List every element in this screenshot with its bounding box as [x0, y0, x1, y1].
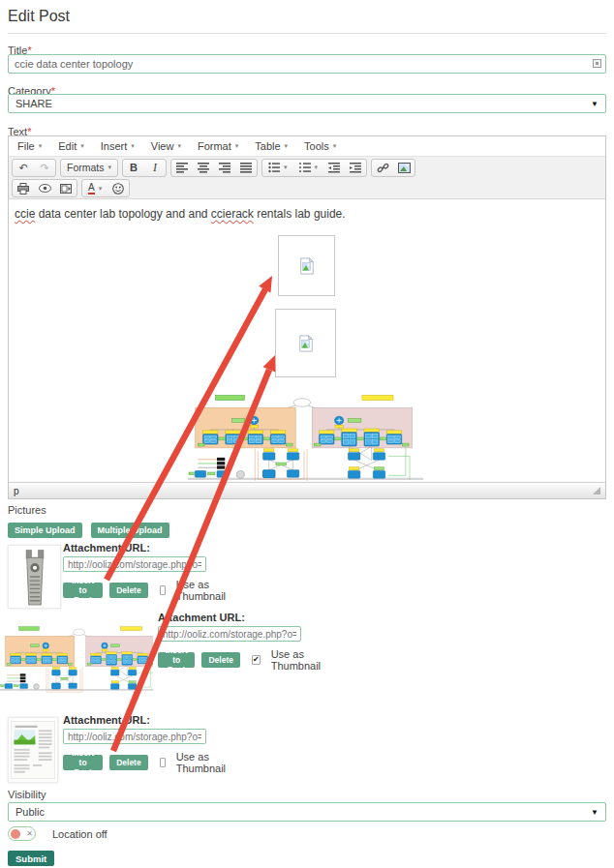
- broken-image-placeholder-2[interactable]: [275, 309, 336, 377]
- text-color-button[interactable]: A ▾: [82, 180, 107, 196]
- delete-button[interactable]: Delete: [201, 652, 240, 668]
- use-as-thumbnail-checkbox[interactable]: ✔: [252, 655, 261, 665]
- attachment-thumbnail[interactable]: [8, 717, 58, 783]
- menu-edit[interactable]: Edit▾: [58, 140, 83, 152]
- edit-post-page: Edit Post Title* Category* SHARE ▼ Text*…: [0, 0, 614, 868]
- page-title: Edit Post: [8, 8, 70, 24]
- broken-image-placeholder-1[interactable]: [278, 235, 335, 296]
- undo-button[interactable]: ↶: [13, 160, 34, 176]
- editor-toolbar-row1: ↶ ↷ Formats ▾ B I ▾ ▾: [9, 157, 605, 178]
- attachment-url-label: Attachment URL:: [158, 612, 321, 623]
- document-preview-image: [11, 721, 55, 779]
- use-as-thumbnail-label: Use as Thumbnail: [271, 648, 321, 672]
- use-as-thumbnail-checkbox[interactable]: ✔: [160, 585, 166, 595]
- editor-statusbar: p: [9, 482, 605, 498]
- menu-table[interactable]: Table▾: [255, 140, 288, 152]
- use-as-thumbnail-label: Use as Thumbnail: [176, 579, 226, 602]
- simple-upload-button[interactable]: Simple Upload: [8, 523, 82, 538]
- align-center-button[interactable]: [193, 160, 214, 176]
- use-as-thumbnail-checkbox[interactable]: ✔: [160, 758, 166, 767]
- chevron-down-icon: ▾: [108, 164, 112, 171]
- align-right-button[interactable]: [214, 160, 235, 176]
- element-path[interactable]: p: [14, 486, 19, 496]
- x-icon: ✕: [26, 829, 33, 838]
- delete-button[interactable]: Delete: [109, 583, 148, 598]
- chevron-down-icon: ▾: [131, 142, 135, 150]
- misspelled-word: ccie: [15, 207, 35, 221]
- input-extension-icon[interactable]: [593, 59, 601, 68]
- editor-menubar: File▾ Edit▾ Insert▾ View▾ Format▾ Table▾…: [9, 136, 605, 157]
- print-button[interactable]: [13, 180, 34, 196]
- attachment-url-input[interactable]: [63, 556, 206, 572]
- preview-button[interactable]: [34, 180, 55, 196]
- location-toggle[interactable]: ✕: [8, 826, 36, 841]
- location-row: ✕ Location off: [8, 826, 107, 841]
- chevron-down-icon: ▾: [333, 142, 337, 150]
- chevron-down-icon: ▾: [39, 142, 43, 150]
- broken-image-icon: [297, 335, 315, 352]
- attachment-url-input[interactable]: [158, 626, 301, 642]
- insert-to-post-button[interactable]: Insert to Post: [63, 755, 103, 770]
- menu-insert[interactable]: Insert▾: [101, 140, 135, 152]
- image-button[interactable]: [393, 160, 414, 176]
- visibility-select[interactable]: Public ▼: [8, 802, 606, 822]
- align-left-button[interactable]: [171, 160, 193, 176]
- visibility-selected-value: Public: [15, 806, 45, 818]
- numbered-list-button[interactable]: ▾: [293, 160, 324, 176]
- chevron-down-icon: ▾: [80, 142, 84, 150]
- title-input[interactable]: [8, 54, 606, 74]
- attachment-url-label: Attachment URL:: [63, 714, 226, 726]
- italic-button[interactable]: I: [144, 160, 166, 176]
- upload-buttons-row: Simple Upload Multiple Upload: [8, 523, 169, 538]
- delete-button[interactable]: Delete: [109, 755, 148, 770]
- chevron-down-icon: ▾: [284, 164, 288, 171]
- formats-dropdown[interactable]: Formats ▾: [61, 160, 117, 176]
- attachment-url-label: Attachment URL:: [63, 542, 226, 554]
- menu-tools[interactable]: Tools▾: [304, 140, 336, 152]
- insert-to-post-button[interactable]: Insert to Post: [63, 583, 103, 598]
- chevron-down-icon: ▼: [591, 808, 599, 817]
- outdent-button[interactable]: [323, 160, 345, 176]
- attachment-thumbnail[interactable]: [8, 545, 61, 609]
- attachment-thumbnail[interactable]: [0, 609, 153, 708]
- menu-view[interactable]: View▾: [151, 140, 181, 152]
- chevron-down-icon: ▼: [591, 100, 599, 108]
- menu-file[interactable]: File▾: [17, 140, 42, 152]
- misspelled-word: ccierack: [211, 207, 254, 221]
- location-status-label: Location off: [52, 828, 107, 840]
- align-justify-button[interactable]: [235, 160, 257, 176]
- insert-to-post-button[interactable]: Insert to Post: [158, 652, 195, 668]
- bold-button[interactable]: B: [123, 160, 144, 176]
- media-button[interactable]: [55, 180, 77, 196]
- multiple-upload-button[interactable]: Multiple Upload: [91, 523, 169, 538]
- chevron-down-icon: ▾: [285, 142, 289, 150]
- chevron-down-icon: ▾: [99, 185, 103, 193]
- visibility-label: Visibility: [8, 789, 46, 800]
- page-header: Edit Post: [8, 8, 606, 34]
- redo-button[interactable]: ↷: [34, 160, 55, 176]
- attachment-url-input[interactable]: [63, 729, 206, 744]
- chevron-down-icon: ▾: [315, 164, 319, 171]
- submit-button[interactable]: Submit: [8, 851, 54, 866]
- toggle-off-dot: [11, 829, 20, 839]
- menu-format[interactable]: Format▾: [198, 140, 238, 152]
- broken-image-icon: [298, 257, 316, 275]
- emoticons-button[interactable]: [107, 180, 129, 196]
- link-button[interactable]: [372, 160, 393, 176]
- chevron-down-icon: ▾: [235, 142, 239, 150]
- use-as-thumbnail-label: Use as Thumbnail: [176, 751, 226, 774]
- bullet-list-button[interactable]: ▾: [262, 160, 293, 176]
- pictures-heading: Pictures: [8, 504, 46, 516]
- resize-grip[interactable]: [593, 487, 600, 494]
- editor-paragraph: ccie data center lab topology and and cc…: [15, 207, 346, 221]
- rich-text-editor: File▾ Edit▾ Insert▾ View▾ Format▾ Table▾…: [8, 135, 606, 499]
- network-topology-image[interactable]: [188, 394, 423, 481]
- category-select[interactable]: SHARE ▼: [8, 94, 606, 113]
- editor-toolbar-row2: A ▾: [9, 178, 605, 199]
- topology-thumbnail-image: [0, 609, 153, 708]
- chevron-down-icon: ▾: [177, 142, 181, 150]
- tower-image: [14, 547, 56, 607]
- category-selected-value: SHARE: [15, 98, 52, 109]
- indent-button[interactable]: [345, 160, 366, 176]
- editor-content-area[interactable]: ccie data center lab topology and and cc…: [9, 199, 605, 482]
